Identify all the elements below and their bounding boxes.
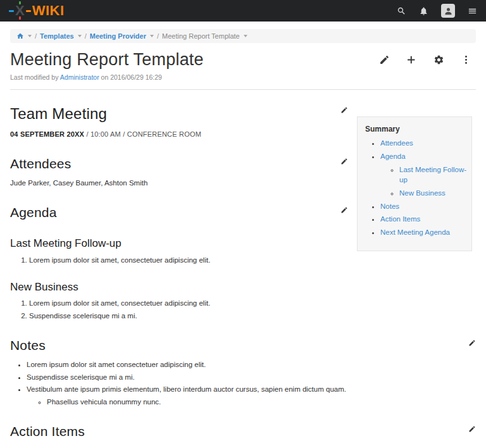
section-edit-pencil-icon[interactable] — [340, 206, 348, 214]
section-edit-pencil-icon[interactable] — [340, 106, 348, 114]
hamburger-menu-icon[interactable] — [468, 6, 477, 16]
more-options-icon[interactable] — [458, 54, 475, 65]
action-items-list: Lorem ipsum dolor sit amet consectetuer … — [10, 445, 476, 448]
toc-link-new-business[interactable]: New Business — [399, 189, 446, 197]
breadcrumb: / Templates / Meeting Provider / Meeting… — [10, 29, 476, 43]
list-item: Lorem ipsum dolor sit amet, consectetuer… — [29, 298, 476, 309]
header-divider — [10, 89, 476, 90]
notes-sublist: Phasellus vehicula nonummy nunc. — [27, 397, 476, 408]
user-avatar[interactable] — [441, 4, 455, 18]
breadcrumb-current-page: Meeting Report Template — [162, 32, 240, 40]
logo-tick-red — [19, 16, 21, 20]
toc-link-action-items[interactable]: Action Items — [380, 215, 420, 223]
edit-pencil-icon[interactable] — [376, 54, 393, 65]
toc-item: Next Meeting Agenda — [380, 227, 468, 238]
toc-link-next-meeting-agenda[interactable]: Next Meeting Agenda — [380, 228, 450, 236]
subsection-heading-new-business: New Business — [10, 280, 476, 296]
summary-panel: Summary Attendees Agenda Last Meeting Fo… — [357, 116, 472, 251]
summary-title: Summary — [365, 124, 468, 135]
modified-user-link[interactable]: Administrator — [60, 73, 99, 81]
document-body: Summary Attendees Agenda Last Meeting Fo… — [10, 103, 476, 448]
settings-gear-icon[interactable] — [430, 54, 447, 65]
page-header: Meeting Report Template — [10, 50, 476, 70]
page-title: Meeting Report Template — [10, 50, 204, 70]
search-icon[interactable] — [397, 6, 406, 16]
new-business-list: Lorem ipsum dolor sit amet, consectetuer… — [10, 298, 476, 321]
add-plus-icon[interactable] — [403, 54, 420, 65]
toc-link-notes[interactable]: Notes — [380, 202, 399, 210]
list-item: Lorem ipsum dolor sit amet, consectetuer… — [29, 255, 476, 266]
list-item: Suspendisse scelerisque mi a mi. — [27, 372, 476, 383]
xwiki-page: X WIKI / Templates / Meeting Provider — [0, 0, 486, 448]
toc-item: Notes — [380, 201, 468, 212]
toc-link-last-meeting-follow-up[interactable]: Last Meeting Follow-up — [399, 166, 466, 184]
navbar-right-actions — [397, 4, 477, 18]
toc-item: New Business — [399, 188, 468, 199]
logo-dash-blue — [9, 10, 14, 12]
xwiki-logo[interactable]: X WIKI — [9, 4, 65, 18]
section-edit-pencil-icon[interactable] — [468, 339, 476, 347]
toc-item: Action Items — [380, 214, 468, 225]
toc-item: Agenda Last Meeting Follow-up New Busine… — [380, 151, 468, 199]
last-meeting-follow-up-list: Lorem ipsum dolor sit amet, consectetuer… — [10, 255, 476, 266]
list-item: Lorem ipsum dolor sit amet consectetuer … — [29, 445, 476, 448]
logo-text: WIKI — [32, 4, 65, 18]
section-edit-pencil-icon[interactable] — [340, 158, 348, 165]
section-heading-notes: Notes — [10, 336, 476, 355]
home-icon[interactable] — [16, 32, 24, 40]
list-item: Vestibulum ante ipsum primis elementum, … — [27, 384, 476, 407]
chevron-down-icon[interactable] — [78, 35, 82, 37]
logo-x-glyph: X — [15, 4, 25, 18]
chevron-down-icon[interactable] — [28, 35, 32, 37]
main-content: Meeting Report Template Last modified by… — [0, 43, 486, 448]
top-navbar: X WIKI — [0, 0, 486, 22]
summary-toc: Attendees Agenda Last Meeting Follow-up … — [365, 138, 468, 237]
chevron-down-icon[interactable] — [244, 35, 247, 37]
notes-list: Lorem ipsum dolor sit amet consectetuer … — [10, 359, 476, 408]
logo-dash-orange — [26, 10, 31, 12]
modified-prefix: Last modified by — [10, 73, 58, 81]
meeting-date: 04 SEPTEMBER 20XX — [10, 130, 84, 138]
page-actions — [376, 54, 475, 65]
breadcrumb-separator: / — [85, 32, 87, 40]
toc-item: Last Meeting Follow-up — [399, 165, 468, 185]
toc-item: Attendees — [380, 138, 468, 149]
list-item: Lorem ipsum dolor sit amet consectetuer … — [27, 359, 476, 370]
modified-suffix: on 2016/06/29 16:29 — [101, 73, 162, 81]
breadcrumb-separator: / — [157, 32, 159, 40]
breadcrumb-separator: / — [35, 32, 37, 40]
list-item: Phasellus vehicula nonummy nunc. — [47, 397, 476, 408]
meeting-time-location: / 10:00 AM / CONFERENCE ROOM — [84, 130, 201, 138]
chevron-down-icon[interactable] — [150, 35, 154, 37]
breadcrumb-link-templates[interactable]: Templates — [40, 32, 74, 40]
section-heading-action-items: Action Items — [10, 422, 476, 441]
summary-toc-sublist: Last Meeting Follow-up New Business — [380, 165, 468, 199]
toc-link-agenda[interactable]: Agenda — [380, 152, 406, 160]
last-modified-line: Last modified by Administrator on 2016/0… — [10, 73, 476, 81]
logo-tick-green — [19, 1, 21, 4]
bell-icon[interactable] — [419, 6, 428, 16]
section-edit-pencil-icon[interactable] — [468, 425, 476, 433]
breadcrumb-link-meeting-provider[interactable]: Meeting Provider — [90, 32, 146, 40]
toc-link-attendees[interactable]: Attendees — [380, 139, 413, 147]
list-item: Suspendisse scelerisque mi a mi. — [29, 311, 476, 321]
